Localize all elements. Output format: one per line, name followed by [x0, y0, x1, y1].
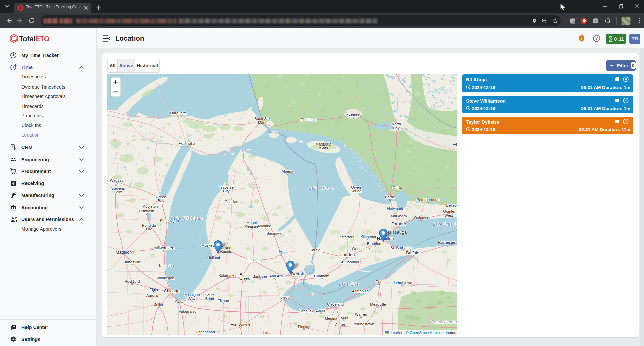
svg-text:City: City — [189, 296, 196, 300]
svg-text:contributors: contributors — [437, 331, 457, 335]
svg-text:Rapids: Rapids — [220, 249, 232, 253]
svg-text:Leaflet: Leaflet — [391, 331, 402, 335]
svg-text:Barrie: Barrie — [385, 195, 395, 199]
svg-text:St. Catharines: St. Catharines — [390, 246, 415, 250]
svg-text:Chicago: Chicago — [164, 288, 180, 293]
svg-text:Ashtabula: Ashtabula — [352, 289, 369, 293]
svg-text:Escanaba: Escanaba — [178, 141, 196, 146]
svg-text:Creek: Creek — [239, 276, 250, 280]
svg-text:Medina: Medina — [325, 316, 337, 320]
svg-text:Lake Huron: Lake Huron — [309, 186, 334, 191]
svg-text:Jamestown: Jamestown — [393, 281, 412, 285]
svg-text:Manitoulin: Manitoulin — [316, 142, 331, 146]
svg-text:Appleton: Appleton — [143, 204, 158, 208]
svg-text:Jackson: Jackson — [253, 275, 267, 279]
svg-text:Lake Ontario: Lake Ontario — [433, 222, 457, 227]
svg-text:Pennsylvania: Pennsylvania — [431, 320, 457, 324]
svg-text:West: West — [444, 213, 453, 217]
svg-text:Midland: Midland — [258, 224, 271, 228]
svg-text:Flin: Flin — [279, 251, 285, 255]
svg-text:Sarnia: Sarnia — [310, 248, 321, 252]
svg-text:Peterborough: Peterborough — [417, 198, 439, 202]
svg-text:Lansing: Lansing — [247, 258, 261, 262]
svg-text:Kent: Kent — [340, 315, 348, 320]
svg-text:Logansport: Logansport — [196, 330, 215, 334]
svg-text:Point: Point — [114, 190, 123, 194]
svg-text:Rockford: Rockford — [124, 279, 140, 283]
svg-text:Meadville: Meadville — [370, 302, 386, 306]
svg-text:London: London — [340, 252, 355, 257]
svg-text:Pe: Pe — [453, 142, 457, 146]
svg-text:Orillia: Orillia — [393, 186, 403, 190]
svg-text:?: ? — [595, 36, 598, 41]
svg-text:Chatham: Chatham — [314, 274, 329, 278]
svg-text:Alpena: Alpena — [281, 169, 293, 173]
svg-text:Kitchener: Kitchener — [360, 235, 376, 239]
svg-text:Sandusky: Sandusky — [299, 309, 315, 313]
svg-text:Bellev: Bellev — [446, 203, 457, 207]
svg-text:oledo: oledo — [280, 295, 290, 299]
svg-text:Waukegan: Waukegan — [156, 276, 174, 280]
svg-text:Cleveland: Cleveland — [327, 302, 344, 306]
svg-text:Elliot Lake: Elliot Lake — [300, 118, 318, 122]
svg-text:Valparaiso: Valparaiso — [179, 309, 197, 313]
svg-text:Sudbury: Sudbury — [347, 113, 361, 117]
svg-text:Youngstown: Youngstown — [354, 322, 374, 326]
svg-text:Markham: Markham — [391, 214, 407, 218]
svg-text:Lima: Lima — [263, 331, 272, 335]
svg-text:City: City — [223, 189, 230, 193]
svg-text:Oshawa: Oshawa — [414, 216, 428, 220]
svg-text:Joliet: Joliet — [154, 303, 163, 307]
svg-text:Gary: Gary — [175, 300, 184, 304]
svg-text:Muskeg: Muskeg — [201, 243, 215, 247]
svg-text:Aurora: Aurora — [146, 293, 158, 297]
svg-text:Ann Arb: Ann Arb — [269, 274, 283, 278]
svg-text:Rochester: Rochester — [438, 240, 455, 244]
svg-text:Wausau: Wausau — [110, 178, 123, 182]
svg-text:Akron: Akron — [335, 323, 345, 327]
svg-text:Erie: Erie — [376, 280, 382, 284]
svg-text:St. Thomas: St. Thomas — [339, 260, 359, 264]
svg-text:Marquette: Marquette — [170, 111, 187, 115]
svg-text:OpenStreetMap: OpenStreetMap — [410, 331, 437, 335]
svg-text:Findlay: Findlay — [298, 325, 310, 329]
svg-text:Toronto: Toronto — [392, 221, 406, 226]
svg-text:Lorain: Lorain — [316, 308, 326, 312]
svg-text:Janesville: Janesville — [124, 260, 141, 264]
svg-text:Sheboygan: Sheboygan — [160, 219, 179, 223]
svg-text:Milwaukee: Milwaukee — [154, 245, 174, 250]
svg-text:?: ? — [13, 325, 15, 329]
svg-text:Sault Ste.: Sault Ste. — [255, 117, 271, 121]
svg-text:Island: Island — [319, 146, 328, 150]
svg-text:Warren: Warren — [355, 312, 367, 316]
svg-text:Lac: Lac — [146, 227, 152, 231]
svg-text:Madison: Madison — [116, 250, 132, 255]
svg-text:Cadillac: Cadillac — [225, 200, 238, 204]
svg-text:Brantford: Brantford — [367, 242, 382, 246]
svg-text:Buffalo: Buffalo — [406, 250, 419, 255]
svg-text:Fort Wayne: Fort Wayne — [231, 322, 250, 326]
svg-text:Lake Erie: Lake Erie — [339, 282, 359, 287]
svg-text:Elkhart: Elkhart — [217, 299, 229, 303]
svg-text:Bay: Bay — [158, 199, 164, 203]
svg-text:Quinte: Quinte — [443, 209, 454, 213]
svg-text:Oshkosh: Oshkosh — [139, 209, 154, 213]
svg-text:Newmarket: Newmarket — [387, 207, 407, 211]
svg-text:Elgin: Elgin — [149, 288, 158, 292]
svg-text:Pleasant: Pleasant — [244, 224, 259, 228]
svg-text:North: North — [392, 122, 401, 126]
svg-text:Kenosha: Kenosha — [159, 264, 174, 268]
svg-text:| ©: | © — [404, 331, 409, 335]
svg-text:Holland: Holland — [207, 256, 220, 260]
svg-text:Sound: Sound — [351, 189, 362, 193]
svg-text:Saginaw: Saginaw — [266, 231, 281, 235]
svg-text:Bend: Bend — [205, 297, 214, 301]
svg-text:Kalamazoo: Kalamazoo — [219, 274, 238, 278]
svg-text:Bay: Bay — [393, 126, 400, 130]
svg-text:Woodstock: Woodstock — [352, 247, 370, 251]
svg-text:Stratford: Stratford — [340, 235, 354, 239]
svg-text:Marie: Marie — [258, 121, 267, 125]
svg-text:Detroit: Detroit — [291, 271, 304, 276]
